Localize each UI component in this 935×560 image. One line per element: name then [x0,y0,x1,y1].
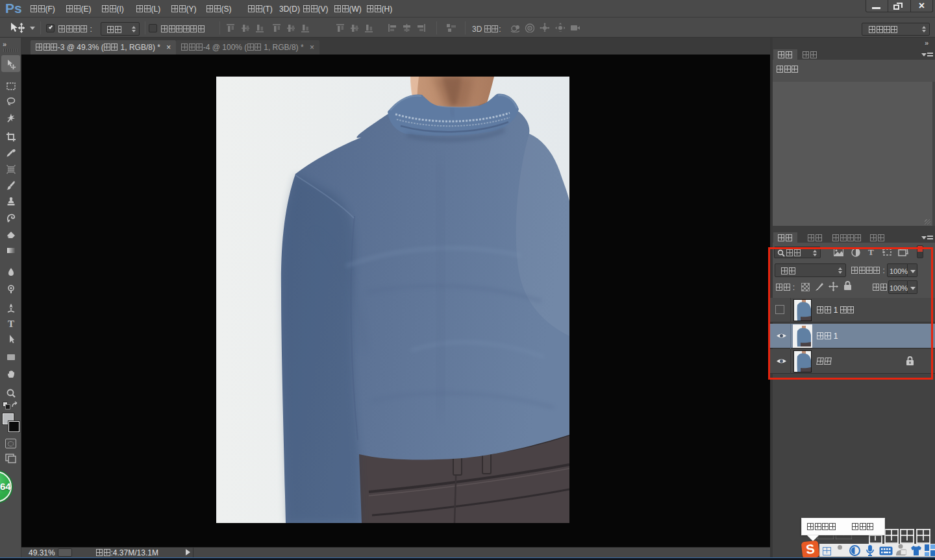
svg-text:T: T [7,319,14,329]
